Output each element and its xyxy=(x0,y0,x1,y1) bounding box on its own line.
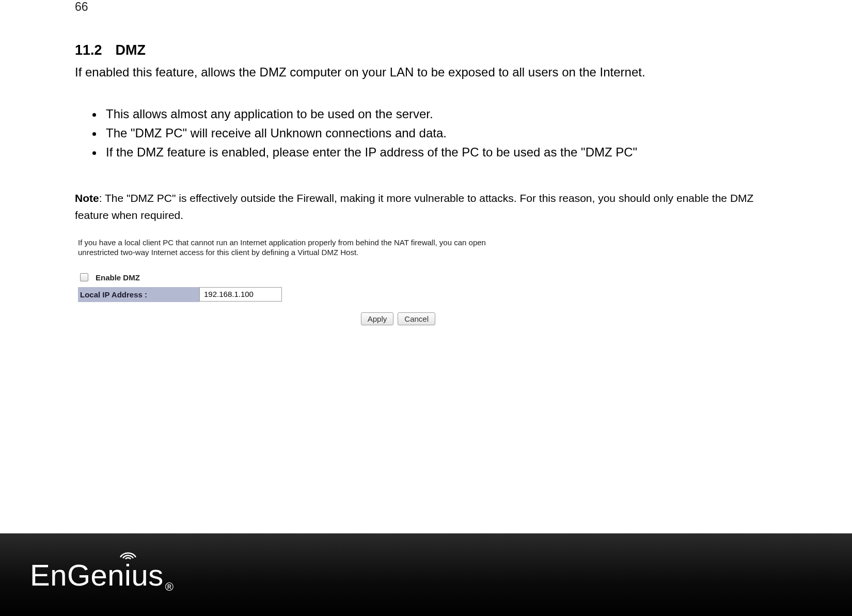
logo-text-part1: EnGen xyxy=(30,558,124,592)
enable-dmz-row: Enable DMZ xyxy=(78,273,496,282)
wifi-icon xyxy=(117,544,139,559)
cancel-button[interactable]: Cancel xyxy=(398,312,435,325)
registered-mark: ® xyxy=(165,580,173,594)
local-ip-input[interactable] xyxy=(199,287,282,302)
page-number: 66 xyxy=(75,0,777,14)
note-prefix: Note xyxy=(75,192,99,204)
list-item: The "DMZ PC" will receive all Unknown co… xyxy=(103,123,777,143)
enable-dmz-label: Enable DMZ xyxy=(96,273,140,282)
logo-text-part2: us xyxy=(131,558,163,592)
dmz-settings-panel: If you have a local client PC that canno… xyxy=(78,238,496,325)
enable-dmz-checkbox[interactable] xyxy=(80,273,88,281)
page-footer: EnGen i us® xyxy=(0,533,852,616)
note-body: : The "DMZ PC" is effectively outside th… xyxy=(75,192,753,221)
feature-bullets: This allows almost any application to be… xyxy=(103,104,777,162)
local-ip-label: Local IP Address : xyxy=(78,287,199,302)
local-ip-row: Local IP Address : xyxy=(78,287,496,302)
section-number: 11.2 xyxy=(75,42,102,58)
logo-text-i: i xyxy=(124,560,131,590)
note-paragraph: Note: The "DMZ PC" is effectively outsid… xyxy=(75,190,777,224)
logo-i-wrap: i xyxy=(124,560,131,590)
engenius-logo: EnGen i us® xyxy=(30,558,173,592)
section-title: DMZ xyxy=(116,42,146,58)
intro-paragraph: If enabled this feature, allows the DMZ … xyxy=(75,64,777,81)
list-item: This allows almost any application to be… xyxy=(103,104,777,123)
panel-description: If you have a local client PC that canno… xyxy=(78,238,496,258)
section-heading: 11.2DMZ xyxy=(75,42,777,58)
list-item: If the DMZ feature is enabled, please en… xyxy=(103,143,777,162)
apply-button[interactable]: Apply xyxy=(361,312,394,325)
button-row: Apply Cancel xyxy=(78,312,496,325)
